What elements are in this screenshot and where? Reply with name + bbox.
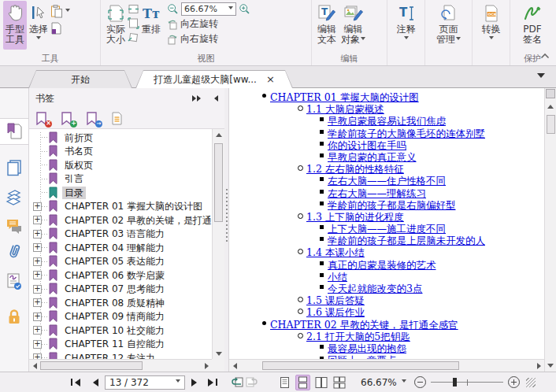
previous-page-button[interactable]	[87, 375, 101, 390]
digital-signature-icon[interactable]	[0, 268, 28, 294]
previous-view-button[interactable]	[230, 375, 244, 390]
bookmark-item[interactable]: 引言	[31, 172, 212, 187]
paste-button[interactable]	[50, 5, 70, 18]
fit-page-icon[interactable]	[128, 17, 139, 29]
layers-icon[interactable]	[0, 183, 28, 210]
expand-current-bookmark-button[interactable]	[111, 112, 124, 126]
delete-bookmark-button[interactable]	[35, 112, 49, 126]
locate-bookmark-button[interactable]	[86, 112, 99, 126]
scroll-down-icon[interactable]	[547, 364, 554, 371]
expand-panel-icon[interactable]	[192, 93, 202, 104]
bookmark-item[interactable]: 前折页	[31, 131, 212, 145]
snapshot-button[interactable]	[50, 22, 70, 35]
page-thumbnails-icon[interactable]	[0, 154, 28, 181]
resize-grip-icon[interactable]	[526, 378, 536, 387]
expand-plus-icon[interactable]	[33, 353, 42, 359]
scroll-right-icon[interactable]	[533, 361, 544, 372]
bookmark-item[interactable]: CHAPTER 08 质疑精神	[31, 296, 212, 310]
slider-thumb[interactable]	[453, 378, 457, 386]
bookmark-item[interactable]: CHAPTER 09 情商能力	[31, 310, 212, 324]
scroll-up-icon[interactable]	[213, 129, 224, 140]
facing-layout-button[interactable]	[313, 375, 328, 390]
zoom-level-combo[interactable]: 66.67%	[181, 2, 236, 16]
reflow-button[interactable]: Tт 重排	[139, 1, 163, 50]
hand-tool-button[interactable]: 手型 工具	[3, 1, 27, 50]
expand-plus-icon[interactable]	[33, 230, 42, 239]
actual-size-button[interactable]: 实际 大小	[104, 1, 128, 50]
document-scroll-down[interactable]	[544, 359, 556, 372]
rotate-right-button[interactable]: 向右旋转	[167, 31, 250, 46]
page-number-input[interactable]: 13 / 372	[105, 375, 185, 390]
zoom-in-button[interactable]	[508, 376, 520, 388]
edit-text-button[interactable]: T 编辑 文本	[315, 1, 339, 50]
bookmark-item[interactable]: CHAPTER 12 专注力	[31, 351, 212, 359]
rotate-left-button[interactable]: 向左旋转	[167, 17, 250, 31]
split-view-handle[interactable]	[546, 89, 555, 98]
bookmark-item[interactable]: CHAPTER 06 数学启蒙	[31, 268, 212, 283]
expand-plus-icon[interactable]	[33, 202, 42, 211]
zoom-in-icon[interactable]	[239, 3, 250, 15]
edit-object-button[interactable]: 编辑 对象	[339, 1, 368, 50]
collapse-panel-icon[interactable]	[211, 95, 218, 102]
expand-plus-icon[interactable]	[33, 257, 42, 266]
bookmark-item[interactable]: CHAPTER 04 理解能力	[31, 241, 212, 255]
add-bookmark-button[interactable]	[61, 112, 74, 126]
facing-continuous-layout-button[interactable]	[332, 375, 347, 390]
bookmark-item[interactable]: CHAPTER 07 思考能力	[31, 283, 212, 297]
zoom-out-button[interactable]	[414, 376, 426, 388]
bookmark-item[interactable]: CHAPTER 05 表达能力	[31, 255, 212, 269]
zoom-slider[interactable]	[431, 377, 503, 388]
last-page-button[interactable]	[206, 375, 221, 390]
comments-panel-icon[interactable]	[0, 213, 28, 239]
bookmarks-horizontal-scrollbar[interactable]	[29, 359, 212, 372]
scrollbar-thumb[interactable]	[547, 115, 555, 134]
bookmark-item[interactable]: CHAPTER 10 社交能力	[31, 324, 212, 338]
bookmark-item[interactable]: CHAPTER 03 语言能力	[31, 227, 212, 242]
bookmark-item[interactable]: 版权页	[31, 158, 212, 172]
bookmark-item[interactable]: 目录	[31, 186, 212, 200]
collapse-ribbon-button[interactable]	[540, 53, 550, 59]
pdf-sign-button[interactable]: PDF 签名	[520, 1, 545, 50]
close-tab-icon[interactable]: ×	[266, 75, 275, 84]
fit-visible-icon[interactable]	[128, 31, 139, 43]
zoom-out-icon[interactable]	[167, 3, 179, 15]
bookmark-item[interactable]: CHAPTER 01 掌握大脑的设计图	[31, 200, 212, 214]
continuous-layout-button[interactable]	[295, 375, 310, 390]
next-page-button[interactable]	[189, 375, 203, 390]
scroll-up-icon[interactable]	[545, 101, 556, 112]
select-tool-button[interactable]: 选择	[27, 1, 50, 50]
expand-plus-icon[interactable]	[33, 285, 42, 294]
page-manage-button[interactable]: 页面 管理	[434, 1, 463, 50]
expand-plus-icon[interactable]	[33, 271, 42, 279]
scroll-left-icon[interactable]	[29, 361, 40, 372]
scroll-left-icon[interactable]	[229, 361, 240, 372]
bookmarks-vertical-scrollbar[interactable]	[212, 129, 224, 359]
scroll-right-icon[interactable]	[201, 361, 212, 372]
single-page-layout-button[interactable]	[277, 375, 292, 390]
fit-width-icon[interactable]	[128, 3, 139, 15]
next-view-button[interactable]	[244, 375, 258, 390]
scrollbar-thumb[interactable]	[40, 361, 143, 370]
attachments-icon[interactable]	[0, 238, 28, 264]
chevron-down-icon[interactable]	[402, 379, 406, 385]
tab-document[interactable]: 打造儿童超级大脑[ww... ×	[135, 70, 293, 88]
expand-plus-icon[interactable]	[33, 298, 42, 307]
security-lock-icon[interactable]	[0, 304, 28, 331]
expand-plus-icon[interactable]	[33, 340, 42, 349]
scrollbar-thumb[interactable]	[262, 361, 459, 370]
bookmark-item[interactable]: CHAPTER 11 自控能力	[31, 338, 212, 352]
tab-list-dropdown-icon[interactable]	[537, 73, 545, 82]
document-vertical-scrollbar[interactable]	[544, 88, 556, 359]
expand-plus-icon[interactable]	[33, 216, 42, 224]
first-page-button[interactable]	[68, 375, 82, 390]
bookmarks-panel-icon[interactable]	[0, 118, 28, 145]
scrollbar-thumb[interactable]	[214, 143, 223, 222]
scroll-down-icon[interactable]	[213, 348, 224, 359]
document-horizontal-scrollbar[interactable]	[229, 359, 544, 372]
bookmark-item[interactable]: 书名页	[31, 145, 212, 159]
expand-plus-icon[interactable]	[33, 326, 42, 335]
comment-button[interactable]: T 注释	[395, 1, 418, 50]
convert-button[interactable]: OCR 转换	[480, 1, 503, 50]
expand-plus-icon[interactable]	[33, 243, 42, 252]
tab-home[interactable]: 开始	[28, 70, 132, 88]
